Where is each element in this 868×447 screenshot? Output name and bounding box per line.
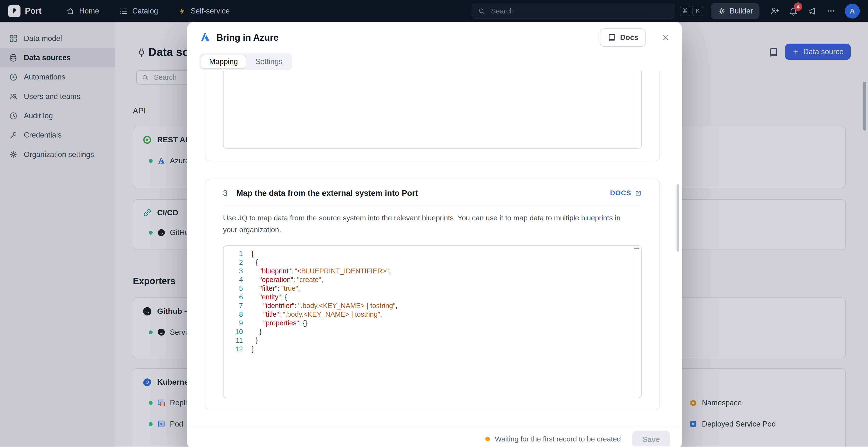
line-number: 4 (223, 275, 243, 284)
docs-link[interactable]: DOCS (610, 189, 642, 197)
code-line: "filter": "true", (252, 284, 397, 293)
modal-tabs: Mapping Settings (187, 53, 682, 70)
docs-button-label: Docs (620, 33, 639, 42)
bring-in-azure-modal: Bring in Azure Docs Mapping Settings (187, 22, 682, 447)
line-number: 9 (223, 319, 243, 327)
line-number: 3 (223, 267, 243, 275)
code-line: "properties": {} (252, 319, 397, 327)
editor-body: 123456789101112 [ { "blueprint": "<BLUEP… (223, 249, 631, 353)
azure-icon (199, 32, 211, 43)
code-line: } (252, 327, 397, 336)
code-line: } (252, 336, 397, 345)
line-number: 10 (223, 327, 243, 336)
editor-scroll-gutter (633, 71, 633, 148)
line-number: 5 (223, 284, 243, 293)
waiting-status-dot (485, 437, 490, 441)
step-heading-row: 3 Map the data from the external system … (223, 188, 642, 198)
code-line: "identifier": ".body.<KEY_NAME> | tostri… (252, 301, 397, 310)
divider (223, 206, 642, 206)
line-number: 12 (223, 345, 243, 353)
mapping-code-editor[interactable]: 123456789101112 [ { "blueprint": "<BLUEP… (223, 245, 642, 398)
previous-step-card (205, 71, 660, 162)
editor-scroll-gutter (633, 246, 633, 397)
code-line: ] (252, 345, 397, 353)
external-link-icon (634, 190, 642, 197)
code-line: "title": ".body.<KEY_NAME> | tostring", (252, 310, 397, 319)
code-line: "blueprint": "<BLUEPRINT_IDENTIFIER>", (252, 267, 397, 275)
line-number: 6 (223, 293, 243, 301)
line-number: 11 (223, 336, 243, 345)
editor-scrollbar-dash[interactable] (634, 248, 640, 249)
modal-title: Bring in Azure (217, 33, 278, 43)
tab-settings[interactable]: Settings (247, 55, 290, 69)
code-lines: [ { "blueprint": "<BLUEPRINT_IDENTIFIER>… (248, 249, 397, 353)
app-viewport: Port Home Catalog Self-service ⌘ K (0, 0, 868, 447)
modal-content: 3 Map the data from the external system … (187, 71, 682, 426)
line-number: 1 (223, 249, 243, 258)
docs-button[interactable]: Docs (600, 28, 646, 47)
step-description: Use JQ to map data from the source syste… (223, 212, 634, 235)
previous-code-editor[interactable] (223, 71, 642, 148)
modal-header: Bring in Azure Docs (187, 22, 682, 53)
modal-footer: Waiting for the first record to be creat… (187, 426, 682, 447)
code-line: "entity": { (252, 293, 397, 301)
mapping-step-card: 3 Map the data from the external system … (205, 179, 660, 410)
code-line: { (252, 258, 397, 267)
code-line: [ (252, 249, 397, 258)
book-icon (607, 33, 616, 42)
tab-group: Mapping Settings (199, 53, 292, 70)
close-button[interactable] (661, 33, 670, 42)
code-line: "operation": "create", (252, 275, 397, 284)
line-number: 2 (223, 258, 243, 267)
step-title: Map the data from the external system in… (236, 188, 418, 198)
step-number: 3 (223, 188, 227, 198)
line-number: 7 (223, 301, 243, 310)
waiting-status-text: Waiting for the first record to be creat… (495, 434, 621, 444)
close-icon (661, 33, 670, 42)
docs-link-label: DOCS (610, 189, 631, 197)
line-number: 8 (223, 310, 243, 319)
modal-scrollbar-thumb[interactable] (677, 184, 679, 252)
tab-mapping[interactable]: Mapping (201, 55, 246, 69)
code-gutter: 123456789101112 (223, 249, 248, 353)
save-button[interactable]: Save (632, 431, 670, 447)
